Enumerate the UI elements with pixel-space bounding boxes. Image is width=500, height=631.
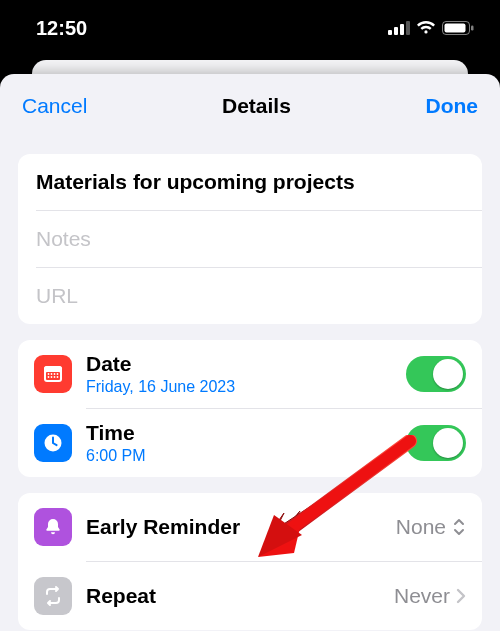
clock-icon (34, 424, 72, 462)
text-fields-group (18, 154, 482, 324)
nav-bar: Cancel Details Done (0, 74, 500, 138)
options-group: Early Reminder None Repeat Never (18, 493, 482, 630)
svg-rect-6 (471, 26, 474, 31)
svg-rect-2 (400, 24, 404, 35)
svg-rect-0 (388, 30, 392, 35)
notes-input[interactable] (36, 227, 464, 251)
cancel-button[interactable]: Cancel (22, 94, 87, 118)
done-button[interactable]: Done (426, 94, 479, 118)
svg-point-17 (57, 376, 59, 378)
svg-point-14 (48, 376, 50, 378)
svg-point-12 (54, 373, 56, 375)
date-toggle[interactable] (406, 356, 466, 392)
url-field-wrapper (18, 268, 482, 324)
date-value: Friday, 16 June 2023 (86, 378, 406, 396)
chevron-right-icon (456, 588, 466, 604)
status-icons (388, 21, 474, 35)
calendar-icon (34, 355, 72, 393)
battery-icon (442, 21, 474, 35)
time-label: Time (86, 421, 406, 445)
svg-rect-8 (44, 366, 62, 371)
svg-point-11 (51, 373, 53, 375)
time-row[interactable]: Time 6:00 PM (18, 409, 482, 477)
repeat-value: Never (394, 584, 450, 608)
repeat-label: Repeat (86, 584, 394, 608)
date-label: Date (86, 352, 406, 376)
date-time-group: Date Friday, 16 June 2023 Time 6:00 PM (18, 340, 482, 477)
title-field-wrapper (18, 154, 482, 210)
svg-point-13 (57, 373, 59, 375)
svg-point-16 (54, 376, 56, 378)
time-toggle[interactable] (406, 425, 466, 461)
updown-chevron-icon (452, 517, 466, 537)
date-row[interactable]: Date Friday, 16 June 2023 (18, 340, 482, 408)
title-input[interactable] (36, 170, 464, 194)
early-reminder-label: Early Reminder (86, 515, 396, 539)
page-title: Details (222, 94, 291, 118)
repeat-icon (34, 577, 72, 615)
cellular-icon (388, 21, 410, 35)
url-input[interactable] (36, 284, 464, 308)
svg-rect-5 (445, 24, 466, 33)
status-time: 12:50 (36, 17, 87, 40)
time-value: 6:00 PM (86, 447, 406, 465)
details-sheet: Cancel Details Done Date Friday, 16 June… (0, 74, 500, 631)
early-reminder-value: None (396, 515, 446, 539)
svg-point-15 (51, 376, 53, 378)
status-bar: 12:50 (0, 0, 500, 56)
svg-rect-3 (406, 21, 410, 35)
early-reminder-row[interactable]: Early Reminder None (18, 493, 482, 561)
bell-icon (34, 508, 72, 546)
svg-point-10 (48, 373, 50, 375)
svg-rect-1 (394, 27, 398, 35)
repeat-row[interactable]: Repeat Never (18, 562, 482, 630)
notes-field-wrapper (18, 211, 482, 267)
wifi-icon (416, 21, 436, 35)
